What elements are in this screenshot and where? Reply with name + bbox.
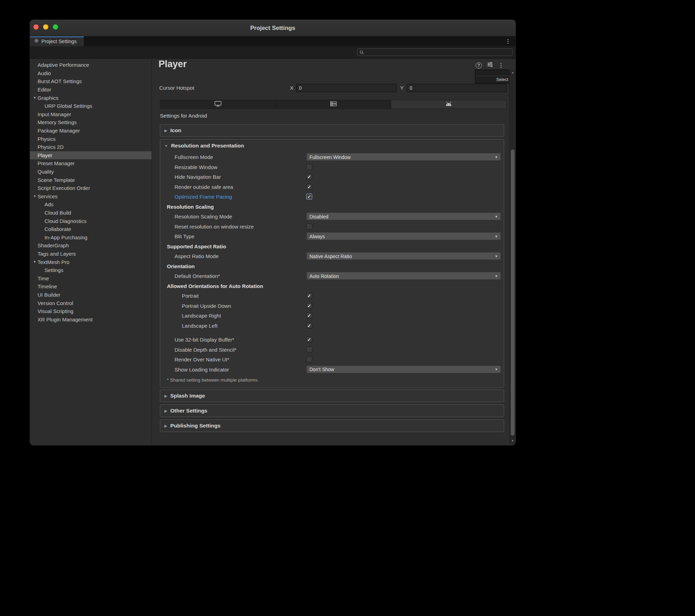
checkbox-reset-resolution-on-window-resize[interactable] bbox=[306, 223, 312, 229]
sidebar-item-quality[interactable]: Quality bbox=[30, 168, 152, 176]
foldout-open-icon[interactable]: ▼ bbox=[32, 96, 38, 99]
checkbox-render-over-native-ui[interactable] bbox=[306, 357, 312, 362]
sidebar-item-physics[interactable]: Physics bbox=[30, 135, 152, 143]
sidebar-item-physics-2d[interactable]: Physics 2D bbox=[30, 143, 152, 151]
section-label: Publishing Settings bbox=[170, 423, 221, 429]
checkbox-portrait[interactable]: ✓ bbox=[306, 293, 312, 299]
checkbox-optimized-frame-pacing[interactable]: ✓ bbox=[306, 194, 312, 200]
checkbox-disable-depth-and-stencil[interactable] bbox=[306, 346, 312, 352]
checkbox-use-32-bit-display-buffer[interactable]: ✓ bbox=[306, 337, 312, 343]
sidebar-item-player[interactable]: Player bbox=[30, 151, 152, 160]
search-input[interactable] bbox=[357, 49, 512, 56]
subheader-label: Supported Aspect Ratio bbox=[167, 243, 226, 249]
scroll-down-icon[interactable]: ▼ bbox=[510, 439, 516, 443]
sidebar-item-in-app-purchasing[interactable]: In-App Purchasing bbox=[30, 233, 152, 241]
sidebar-item-services[interactable]: ▼Services bbox=[30, 192, 152, 201]
sidebar-item-ui-builder[interactable]: UI Builder bbox=[30, 291, 152, 299]
zoom-button[interactable] bbox=[53, 24, 58, 30]
sidebar-item-editor[interactable]: Editor bbox=[30, 86, 152, 94]
dropdown-blit-type[interactable]: Always▼ bbox=[306, 232, 501, 240]
window-menu-icon[interactable]: ⋮ bbox=[505, 37, 511, 46]
sidebar-item-scene-template[interactable]: Scene Template bbox=[30, 176, 152, 184]
window-titlebar[interactable]: Project Settings bbox=[30, 20, 516, 37]
select-button[interactable]: Select bbox=[496, 77, 508, 82]
cursor-hotspot-y-field[interactable]: 0 bbox=[407, 84, 507, 92]
setting-row-show-loading-indicator: Show Loading IndicatorDon't Show▼ bbox=[160, 365, 504, 375]
dropdown-show-loading-indicator[interactable]: Don't Show▼ bbox=[306, 365, 501, 373]
project-settings-window: Project Settings Project Settings ⋮ Adap… bbox=[30, 20, 516, 445]
sidebar-item-label: Package Manager bbox=[38, 128, 80, 134]
setting-row-resolution-scaling-mode: Resolution Scaling ModeDisabled▼ bbox=[160, 211, 504, 222]
sidebar-item-memory-settings[interactable]: Memory Settings bbox=[30, 118, 152, 127]
section-splash-image[interactable]: ▶ Splash Image bbox=[160, 390, 504, 402]
presets-icon[interactable] bbox=[487, 62, 493, 69]
platform-tab-standalone[interactable] bbox=[160, 100, 276, 109]
sidebar-item-collaborate[interactable]: Collaborate bbox=[30, 225, 152, 233]
sidebar-item-script-execution-order[interactable]: Script Execution Order bbox=[30, 184, 152, 192]
sidebar-item-shadergraph[interactable]: ShaderGraph bbox=[30, 241, 152, 250]
help-icon[interactable]: ? bbox=[476, 62, 482, 69]
sidebar-item-visual-scripting[interactable]: Visual Scripting bbox=[30, 307, 152, 315]
chevron-down-icon: ▼ bbox=[495, 234, 498, 238]
section-publishing-settings[interactable]: ▶ Publishing Settings bbox=[160, 419, 504, 432]
checkbox-landscape-right[interactable]: ✓ bbox=[306, 313, 312, 319]
sidebar-item-version-control[interactable]: Version Control bbox=[30, 299, 152, 307]
sidebar-item-timeline[interactable]: Timeline bbox=[30, 282, 152, 291]
dropdown-aspect-ratio-mode[interactable]: Native Aspect Ratio▼ bbox=[306, 252, 501, 260]
cursor-hotspot-x-field[interactable]: 0 bbox=[296, 84, 397, 92]
checkbox-hide-navigation-bar[interactable]: ✓ bbox=[306, 174, 312, 180]
sidebar-item-textmesh-pro[interactable]: ▼TextMesh Pro bbox=[30, 258, 152, 266]
sidebar-item-preset-manager[interactable]: Preset Manager bbox=[30, 159, 152, 168]
resolution-section-header[interactable]: ▼ Resolution and Presentation bbox=[160, 139, 504, 152]
setting-label: Optimized Frame Pacing bbox=[175, 194, 232, 200]
sidebar-item-adaptive-performance[interactable]: Adaptive Performance bbox=[30, 61, 152, 69]
checkbox-resizable-window[interactable] bbox=[306, 164, 312, 170]
vertical-scrollbar[interactable]: ▲ ▼ bbox=[509, 70, 516, 444]
scroll-up-icon[interactable]: ▲ bbox=[510, 70, 516, 75]
dropdown-value: Disabled bbox=[309, 214, 328, 219]
kebab-menu-icon[interactable]: ⋮ bbox=[498, 62, 504, 69]
object-picker-corner: Select bbox=[475, 70, 511, 83]
setting-label: Portrait Upside Down bbox=[182, 303, 231, 309]
sidebar-item-burst-aot-settings[interactable]: Burst AOT Settings bbox=[30, 77, 152, 86]
tab-project-settings[interactable]: Project Settings bbox=[30, 37, 84, 46]
close-button[interactable] bbox=[33, 24, 39, 30]
dropdown-value: Always bbox=[309, 233, 325, 239]
foldout-open-icon[interactable]: ▼ bbox=[32, 194, 38, 198]
platform-tab-android[interactable] bbox=[391, 100, 506, 109]
desktop-icon bbox=[214, 101, 222, 108]
sidebar-item-graphics[interactable]: ▼Graphics bbox=[30, 94, 152, 102]
setting-label: Default Orientation* bbox=[175, 273, 220, 279]
sidebar-item-audio[interactable]: Audio bbox=[30, 69, 152, 78]
scrollbar-thumb[interactable] bbox=[511, 150, 515, 435]
check-icon: ✓ bbox=[307, 313, 312, 318]
dropdown-default-orientation[interactable]: Auto Rotation▼ bbox=[306, 272, 501, 280]
search-box[interactable] bbox=[357, 48, 513, 56]
sidebar-item-ads[interactable]: Ads bbox=[30, 200, 152, 209]
sidebar-item-input-manager[interactable]: Input Manager bbox=[30, 110, 152, 119]
setting-label: Landscape Right bbox=[182, 313, 221, 319]
sidebar-item-tags-and-layers[interactable]: Tags and Layers bbox=[30, 250, 152, 258]
sidebar-item-cloud-diagnostics[interactable]: Cloud Diagnostics bbox=[30, 217, 152, 225]
section-resolution-and-presentation: ▼ Resolution and Presentation Fullscreen… bbox=[160, 139, 504, 388]
subheader-label: Resolution Scaling bbox=[167, 203, 214, 209]
section-other-settings[interactable]: ▶ Other Settings bbox=[160, 405, 504, 417]
section-icon[interactable]: ▶ Icon bbox=[160, 124, 504, 137]
platform-tab-server[interactable] bbox=[276, 100, 391, 109]
sidebar-item-package-manager[interactable]: Package Manager bbox=[30, 127, 152, 135]
checkbox-portrait-upside-down[interactable]: ✓ bbox=[306, 303, 312, 309]
sidebar-item-xr-plugin-management[interactable]: XR Plugin Management bbox=[30, 315, 152, 323]
minimize-button[interactable] bbox=[43, 24, 48, 30]
checkbox-landscape-left[interactable]: ✓ bbox=[306, 322, 312, 328]
server-icon bbox=[330, 101, 337, 108]
sidebar-item-urp-global-settings[interactable]: URP Global Settings bbox=[30, 102, 152, 110]
sidebar-item-time[interactable]: Time bbox=[30, 274, 152, 282]
dropdown-fullscreen-mode[interactable]: Fullscreen Window▼ bbox=[306, 153, 501, 161]
dropdown-resolution-scaling-mode[interactable]: Disabled▼ bbox=[306, 213, 501, 221]
sidebar-item-label: Physics bbox=[38, 136, 56, 142]
sidebar-item-cloud-build[interactable]: Cloud Build bbox=[30, 209, 152, 217]
gear-icon bbox=[34, 38, 39, 45]
sidebar-item-settings[interactable]: Settings bbox=[30, 266, 152, 274]
checkbox-render-outside-safe-area[interactable]: ✓ bbox=[306, 184, 312, 190]
foldout-open-icon[interactable]: ▼ bbox=[32, 260, 38, 264]
